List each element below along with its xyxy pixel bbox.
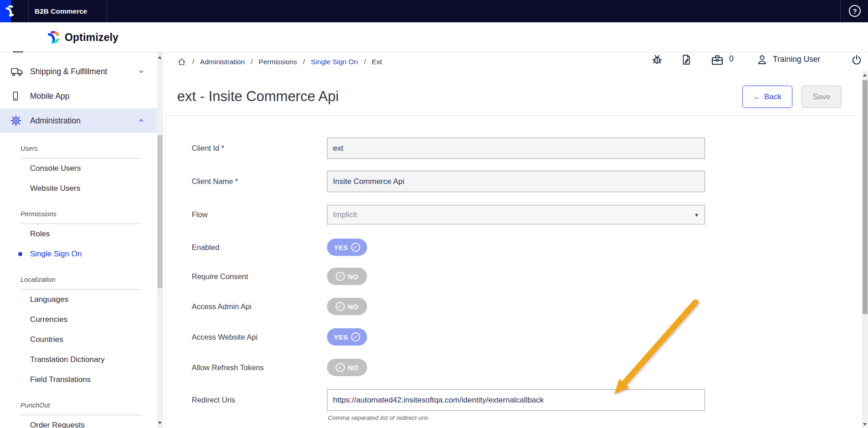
sidebar-scrollbar[interactable] <box>157 52 163 428</box>
brand-name: Optimizely <box>65 31 118 44</box>
chevron-up-icon <box>137 117 145 125</box>
active-bullet-icon <box>18 252 22 256</box>
content-edit-icon[interactable] <box>680 54 692 66</box>
flow-select[interactable]: Implicit▼ <box>327 205 705 224</box>
scroll-down-arrow[interactable] <box>158 422 162 424</box>
help-icon[interactable]: ? <box>849 5 861 17</box>
sidebar-section-label-localization: Localization <box>20 276 157 286</box>
sidebar-item-order-requests[interactable]: Order Requests <box>0 415 157 428</box>
client-id-input[interactable]: ext <box>327 138 705 159</box>
field-label-enabled: Enabled <box>192 239 319 256</box>
client-name-input[interactable]: Insite Commerce Api <box>327 171 705 192</box>
user-icon[interactable] <box>756 54 768 66</box>
app-title: B2B Commerce <box>35 0 87 22</box>
scroll-down-arrow[interactable] <box>863 423 867 426</box>
breadcrumb-item-permissions[interactable]: Permissions <box>259 58 297 66</box>
sidebar: Shipping & Fulfillment Mobile App Admini… <box>0 52 157 428</box>
sidebar-section-label-permissions: Permissions <box>20 210 157 220</box>
optimizely-mark-icon <box>4 4 17 18</box>
gear-icon <box>10 115 22 127</box>
field-label-allow-refresh-tokens: Allow Refresh Tokens <box>192 359 319 376</box>
sidebar-item-label: Single Sign On <box>30 250 82 258</box>
sidebar-item-administration[interactable]: Administration <box>0 108 157 133</box>
scroll-up-arrow[interactable] <box>863 74 867 76</box>
optimizely-logo-icon <box>46 30 61 45</box>
sidebar-item-shipping-fulfillment[interactable]: Shipping & Fulfillment <box>0 59 157 84</box>
brand[interactable]: Optimizely <box>46 28 118 46</box>
toggle-state-label: NO <box>348 303 358 311</box>
main-scrollbar-thumb[interactable] <box>863 80 868 314</box>
input-value: Insite Commerce Api <box>333 177 404 186</box>
breadcrumb-separator: / <box>192 58 194 66</box>
sidebar-item-label: Countries <box>30 335 63 344</box>
user-name[interactable]: Training User <box>773 55 820 64</box>
logout-power-icon[interactable] <box>851 54 863 66</box>
field-label-access-website-api: Access Website Api <box>192 328 319 346</box>
toggle-state-label: NO <box>348 273 358 280</box>
field-label-require-consent: Require Consent <box>192 268 319 285</box>
scroll-up-arrow[interactable] <box>158 56 162 59</box>
input-value: https://automated42.insitesoftqa.com/ide… <box>333 396 544 405</box>
breadcrumb-separator: / <box>303 58 305 66</box>
chevron-down-icon <box>137 67 145 76</box>
sidebar-item-roles[interactable]: Roles <box>0 224 157 244</box>
sidebar-item-website-users[interactable]: Website Users <box>0 178 157 199</box>
sidebar-scrollbar-thumb[interactable] <box>158 135 163 288</box>
truck-icon <box>10 66 24 77</box>
sidebar-item-label: Currencies <box>30 315 67 324</box>
redirect-uris-input[interactable]: https://automated42.insitesoftqa.com/ide… <box>327 389 705 411</box>
header: Optimizely <box>0 22 868 52</box>
sidebar-item-label: Languages <box>30 295 68 304</box>
dropdown-caret-icon: ▼ <box>694 212 699 218</box>
home-icon[interactable] <box>177 57 186 66</box>
sidebar-item-translation-dictionary[interactable]: Translation Dictionary <box>0 350 157 370</box>
breadcrumb-item-single-sign-on[interactable]: Single Sign On <box>311 58 358 66</box>
sidebar-item-label: Console Users <box>30 164 81 173</box>
breadcrumb-item-ext: Ext <box>372 58 382 66</box>
field-label-redirect-uris: Redirect Uris <box>192 389 319 411</box>
field-hint: Comma separated list of redirect uris <box>328 414 429 421</box>
toggle-state-label: YES <box>334 244 348 251</box>
sidebar-item-label: Translation Dictionary <box>30 355 105 364</box>
sidebar-item-currencies[interactable]: Currencies <box>0 310 157 330</box>
sidebar-item-mobile-app[interactable]: Mobile App <box>0 84 157 108</box>
debug-bug-icon[interactable] <box>651 54 663 66</box>
field-label-access-admin-api: Access Admin Api <box>192 298 319 315</box>
input-value: ext <box>333 144 343 153</box>
sidebar-item-label: Roles <box>30 229 50 238</box>
cart-briefcase-icon[interactable] <box>710 54 724 66</box>
sidebar-item-label: Website Users <box>30 184 80 193</box>
screen: B2B Commerce ? Optimizely <box>0 0 868 428</box>
field-label-flow: Flow <box>192 205 319 224</box>
selected-value: Implicit <box>333 210 357 219</box>
save-button[interactable]: Save <box>802 86 842 108</box>
mobile-icon <box>10 90 21 102</box>
page-title: ext - Insite Commerce Api <box>177 88 339 105</box>
require-consent-toggle[interactable]: ✓NO <box>327 268 367 285</box>
field-label-client-id: Client Id * <box>192 138 319 159</box>
main-scrollbar[interactable] <box>862 71 868 428</box>
sidebar-item-countries[interactable]: Countries <box>0 330 157 350</box>
allow-refresh-tokens-toggle[interactable]: ✓NO <box>327 359 367 376</box>
save-button-label: Save <box>813 92 831 102</box>
sidebar-item-console-users[interactable]: Console Users <box>0 158 157 178</box>
access-website-api-toggle[interactable]: YES✓ <box>327 328 367 346</box>
sidebar-item-label: Mobile App <box>30 92 70 101</box>
back-arrow-icon: ← <box>753 92 761 102</box>
access-admin-api-toggle[interactable]: ✓NO <box>327 298 367 315</box>
sidebar-item-label: Administration <box>30 116 81 126</box>
sidebar-item-label: Order Requests <box>30 421 85 428</box>
sidebar-item-field-translations[interactable]: Field Translations <box>0 370 157 390</box>
sidebar-section-label-users: Users <box>20 145 157 155</box>
sidebar-item-label: Shipping & Fulfillment <box>30 67 107 76</box>
divider <box>107 0 107 22</box>
toggle-check-icon: ✓ <box>336 363 345 372</box>
back-button[interactable]: ← Back <box>742 86 792 108</box>
breadcrumb-item-administration[interactable]: Administration <box>200 58 245 66</box>
breadcrumb: /Administration/Permissions/Single Sign … <box>177 57 382 66</box>
enabled-toggle[interactable]: YES✓ <box>327 239 367 256</box>
toggle-check-icon: ✓ <box>351 332 360 341</box>
sidebar-item-languages[interactable]: Languages <box>0 290 157 310</box>
sidebar-item-single-sign-on[interactable]: Single Sign On <box>0 244 157 264</box>
sidebar-section-label-punchout: PunchOut <box>20 402 157 412</box>
